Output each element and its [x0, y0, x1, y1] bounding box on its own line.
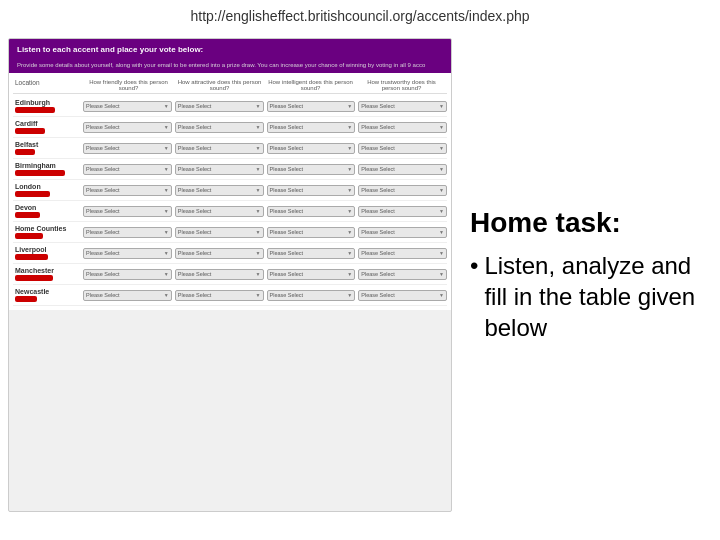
select-dropdown[interactable]: Please Select▼ — [358, 185, 447, 196]
select-dropdown[interactable]: Please Select▼ — [175, 206, 264, 217]
chevron-down-icon: ▼ — [164, 145, 169, 151]
row-selects: Please Select▼Please Select▼Please Selec… — [83, 185, 447, 196]
select-dropdown[interactable]: Please Select▼ — [175, 290, 264, 301]
select-dropdown[interactable]: Please Select▼ — [83, 290, 172, 301]
select-dropdown[interactable]: Please Select▼ — [83, 122, 172, 133]
chevron-down-icon: ▼ — [256, 103, 261, 109]
select-dropdown[interactable]: Please Select▼ — [175, 101, 264, 112]
chevron-down-icon: ▼ — [256, 229, 261, 235]
select-dropdown[interactable]: Please Select▼ — [358, 101, 447, 112]
chevron-down-icon: ▼ — [164, 208, 169, 214]
location-name: Belfast — [15, 141, 81, 148]
table-row: CardiffPlease Select▼Please Select▼Pleas… — [13, 117, 447, 138]
location-bar — [15, 254, 48, 260]
select-dropdown[interactable]: Please Select▼ — [83, 227, 172, 238]
select-dropdown[interactable]: Please Select▼ — [358, 164, 447, 175]
select-dropdown[interactable]: Please Select▼ — [267, 206, 356, 217]
chevron-down-icon: ▼ — [347, 271, 352, 277]
select-dropdown[interactable]: Please Select▼ — [175, 122, 264, 133]
select-dropdown[interactable]: Please Select▼ — [175, 164, 264, 175]
select-dropdown[interactable]: Please Select▼ — [83, 101, 172, 112]
row-location: Birmingham — [13, 161, 83, 177]
chevron-down-icon: ▼ — [256, 208, 261, 214]
location-name: Newcastle — [15, 288, 81, 295]
col-q4-header: How trustworthy does this person sound? — [356, 77, 447, 93]
location-name: Edinburgh — [15, 99, 81, 106]
chevron-down-icon: ▼ — [347, 103, 352, 109]
chevron-down-icon: ▼ — [256, 166, 261, 172]
select-dropdown[interactable]: Please Select▼ — [83, 143, 172, 154]
location-bar — [15, 296, 37, 302]
row-location: Home Counties — [13, 224, 83, 240]
site-subtext: Provide some details about yourself, alo… — [9, 60, 451, 73]
table-header: Location How friendly does this person s… — [13, 77, 447, 94]
chevron-down-icon: ▼ — [439, 124, 444, 130]
select-dropdown[interactable]: Please Select▼ — [358, 122, 447, 133]
select-dropdown[interactable]: Please Select▼ — [267, 122, 356, 133]
chevron-down-icon: ▼ — [256, 271, 261, 277]
select-dropdown[interactable]: Please Select▼ — [175, 143, 264, 154]
row-location: Manchester — [13, 266, 83, 282]
chevron-down-icon: ▼ — [164, 103, 169, 109]
chevron-down-icon: ▼ — [347, 187, 352, 193]
select-dropdown[interactable]: Please Select▼ — [83, 269, 172, 280]
location-name: Devon — [15, 204, 81, 211]
select-dropdown[interactable]: Please Select▼ — [267, 269, 356, 280]
location-bar — [15, 275, 53, 281]
select-dropdown[interactable]: Please Select▼ — [358, 248, 447, 259]
chevron-down-icon: ▼ — [439, 187, 444, 193]
table-row: DevonPlease Select▼Please Select▼Please … — [13, 201, 447, 222]
select-dropdown[interactable]: Please Select▼ — [267, 143, 356, 154]
table-row: Home CountiesPlease Select▼Please Select… — [13, 222, 447, 243]
select-dropdown[interactable]: Please Select▼ — [83, 185, 172, 196]
select-dropdown[interactable]: Please Select▼ — [267, 101, 356, 112]
chevron-down-icon: ▼ — [439, 103, 444, 109]
location-bar — [15, 107, 55, 113]
chevron-down-icon: ▼ — [256, 250, 261, 256]
chevron-down-icon: ▼ — [347, 208, 352, 214]
chevron-down-icon: ▼ — [439, 145, 444, 151]
select-dropdown[interactable]: Please Select▼ — [267, 164, 356, 175]
select-dropdown[interactable]: Please Select▼ — [358, 269, 447, 280]
location-name: London — [15, 183, 81, 190]
select-dropdown[interactable]: Please Select▼ — [267, 248, 356, 259]
select-dropdown[interactable]: Please Select▼ — [83, 164, 172, 175]
select-dropdown[interactable]: Please Select▼ — [358, 227, 447, 238]
location-bar — [15, 170, 65, 176]
location-name: Cardiff — [15, 120, 81, 127]
table-row: LiverpoolPlease Select▼Please Select▼Ple… — [13, 243, 447, 264]
chevron-down-icon: ▼ — [256, 187, 261, 193]
select-dropdown[interactable]: Please Select▼ — [83, 206, 172, 217]
select-dropdown[interactable]: Please Select▼ — [83, 248, 172, 259]
chevron-down-icon: ▼ — [256, 292, 261, 298]
chevron-down-icon: ▼ — [347, 166, 352, 172]
row-location: Edinburgh — [13, 98, 83, 114]
chevron-down-icon: ▼ — [439, 166, 444, 172]
select-dropdown[interactable]: Please Select▼ — [358, 206, 447, 217]
chevron-down-icon: ▼ — [164, 187, 169, 193]
select-dropdown[interactable]: Please Select▼ — [267, 290, 356, 301]
select-dropdown[interactable]: Please Select▼ — [175, 227, 264, 238]
location-bar — [15, 191, 50, 197]
col-location-header: Location — [13, 77, 83, 93]
table-row: LondonPlease Select▼Please Select▼Please… — [13, 180, 447, 201]
select-dropdown[interactable]: Please Select▼ — [175, 185, 264, 196]
select-dropdown[interactable]: Please Select▼ — [358, 143, 447, 154]
table-rows: EdinburghPlease Select▼Please Select▼Ple… — [13, 96, 447, 306]
select-dropdown[interactable]: Please Select▼ — [175, 248, 264, 259]
chevron-down-icon: ▼ — [164, 292, 169, 298]
select-dropdown[interactable]: Please Select▼ — [358, 290, 447, 301]
row-selects: Please Select▼Please Select▼Please Selec… — [83, 143, 447, 154]
select-dropdown[interactable]: Please Select▼ — [175, 269, 264, 280]
bullet-point: • Listen, analyze and fill in the table … — [470, 250, 700, 344]
location-name: Manchester — [15, 267, 81, 274]
chevron-down-icon: ▼ — [164, 229, 169, 235]
table-row: BirminghamPlease Select▼Please Select▼Pl… — [13, 159, 447, 180]
row-location: London — [13, 182, 83, 198]
chevron-down-icon: ▼ — [164, 124, 169, 130]
select-dropdown[interactable]: Please Select▼ — [267, 185, 356, 196]
url-bar: http://englisheffect.britishcouncil.org/… — [0, 0, 720, 30]
row-location: Devon — [13, 203, 83, 219]
select-dropdown[interactable]: Please Select▼ — [267, 227, 356, 238]
chevron-down-icon: ▼ — [439, 292, 444, 298]
